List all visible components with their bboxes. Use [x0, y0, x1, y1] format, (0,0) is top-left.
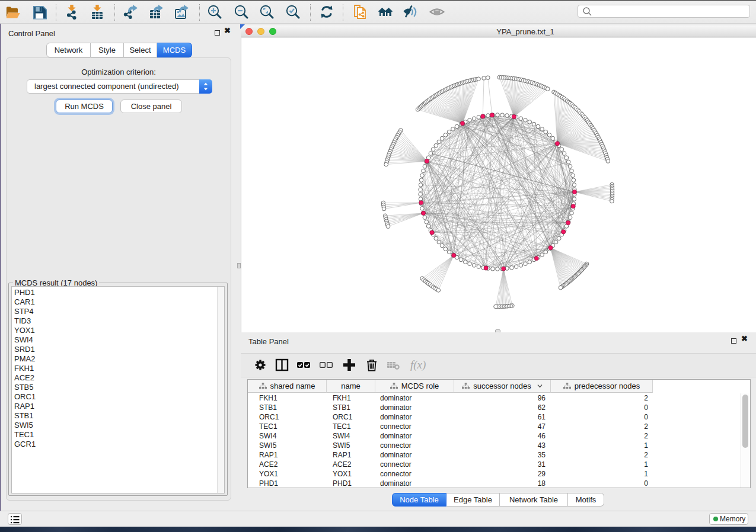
svg-text:f(x): f(x) — [410, 358, 426, 371]
